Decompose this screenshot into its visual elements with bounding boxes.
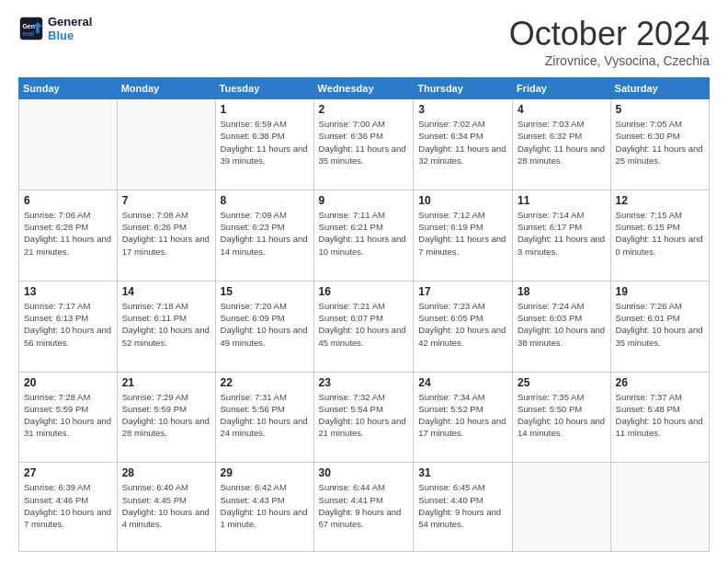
day-info: Sunrise: 7:05 AM Sunset: 6:30 PM Dayligh… xyxy=(616,118,704,167)
day-info: Sunrise: 6:39 AM Sunset: 4:46 PM Dayligh… xyxy=(24,481,112,530)
calendar-cell: 6Sunrise: 7:06 AM Sunset: 6:28 PM Daylig… xyxy=(19,190,118,281)
calendar-cell: 24Sunrise: 7:34 AM Sunset: 5:52 PM Dayli… xyxy=(414,372,513,463)
day-number: 24 xyxy=(418,376,507,389)
day-number: 15 xyxy=(221,285,309,298)
calendar-week-row: 6Sunrise: 7:06 AM Sunset: 6:28 PM Daylig… xyxy=(19,190,710,281)
month-title: October 2024 xyxy=(509,15,710,53)
calendar-cell: 10Sunrise: 7:12 AM Sunset: 6:19 PM Dayli… xyxy=(414,190,513,281)
calendar-cell: 14Sunrise: 7:18 AM Sunset: 6:11 PM Dayli… xyxy=(117,281,215,372)
day-info: Sunrise: 7:12 AM Sunset: 6:19 PM Dayligh… xyxy=(418,209,507,258)
day-info: Sunrise: 7:02 AM Sunset: 6:34 PM Dayligh… xyxy=(418,118,507,167)
day-info: Sunrise: 6:42 AM Sunset: 4:43 PM Dayligh… xyxy=(221,481,309,530)
calendar-cell: 27Sunrise: 6:39 AM Sunset: 4:46 PM Dayli… xyxy=(19,463,118,552)
day-info: Sunrise: 6:45 AM Sunset: 4:40 PM Dayligh… xyxy=(418,481,507,530)
calendar-cell: 20Sunrise: 7:28 AM Sunset: 5:59 PM Dayli… xyxy=(19,372,118,463)
logo: Gen eral General Blue xyxy=(18,15,92,42)
calendar-cell: 18Sunrise: 7:24 AM Sunset: 6:03 PM Dayli… xyxy=(512,281,610,372)
calendar-cell: 12Sunrise: 7:15 AM Sunset: 6:15 PM Dayli… xyxy=(610,190,709,281)
day-number: 21 xyxy=(122,376,210,389)
day-info: Sunrise: 7:20 AM Sunset: 6:09 PM Dayligh… xyxy=(221,300,309,349)
day-info: Sunrise: 6:59 AM Sunset: 6:38 PM Dayligh… xyxy=(221,118,309,167)
calendar-cell: 11Sunrise: 7:14 AM Sunset: 6:17 PM Dayli… xyxy=(512,190,610,281)
calendar-week-row: 20Sunrise: 7:28 AM Sunset: 5:59 PM Dayli… xyxy=(19,372,710,463)
logo-icon: Gen eral xyxy=(18,16,44,41)
day-number: 16 xyxy=(319,285,409,298)
calendar-week-row: 1Sunrise: 6:59 AM Sunset: 6:38 PM Daylig… xyxy=(19,99,710,190)
calendar-day-header: Tuesday xyxy=(215,78,313,99)
day-info: Sunrise: 7:15 AM Sunset: 6:15 PM Dayligh… xyxy=(616,209,704,258)
svg-text:Gen: Gen xyxy=(22,23,35,29)
calendar-cell: 2Sunrise: 7:00 AM Sunset: 6:36 PM Daylig… xyxy=(313,99,414,190)
calendar-cell: 17Sunrise: 7:23 AM Sunset: 6:05 PM Dayli… xyxy=(414,281,513,372)
calendar-cell xyxy=(117,99,215,190)
day-info: Sunrise: 7:14 AM Sunset: 6:17 PM Dayligh… xyxy=(518,209,606,258)
calendar-cell: 31Sunrise: 6:45 AM Sunset: 4:40 PM Dayli… xyxy=(414,463,513,552)
calendar-cell: 28Sunrise: 6:40 AM Sunset: 4:45 PM Dayli… xyxy=(117,463,215,552)
day-number: 10 xyxy=(418,194,507,207)
day-number: 30 xyxy=(319,466,409,479)
calendar-body: 1Sunrise: 6:59 AM Sunset: 6:38 PM Daylig… xyxy=(19,99,710,552)
svg-text:eral: eral xyxy=(22,30,34,37)
calendar-cell: 8Sunrise: 7:09 AM Sunset: 6:23 PM Daylig… xyxy=(215,190,313,281)
day-info: Sunrise: 7:31 AM Sunset: 5:56 PM Dayligh… xyxy=(221,391,309,440)
day-number: 20 xyxy=(24,376,112,389)
day-number: 4 xyxy=(518,103,606,116)
calendar-cell xyxy=(512,463,610,552)
day-info: Sunrise: 7:24 AM Sunset: 6:03 PM Dayligh… xyxy=(518,300,606,349)
calendar-day-header: Sunday xyxy=(19,78,118,99)
calendar-cell: 15Sunrise: 7:20 AM Sunset: 6:09 PM Dayli… xyxy=(215,281,313,372)
calendar-day-header: Thursday xyxy=(414,78,513,99)
calendar-cell: 29Sunrise: 6:42 AM Sunset: 4:43 PM Dayli… xyxy=(215,463,313,552)
calendar-week-row: 27Sunrise: 6:39 AM Sunset: 4:46 PM Dayli… xyxy=(19,463,710,552)
calendar-cell: 21Sunrise: 7:29 AM Sunset: 5:59 PM Dayli… xyxy=(117,372,215,463)
calendar-cell: 19Sunrise: 7:26 AM Sunset: 6:01 PM Dayli… xyxy=(610,281,709,372)
day-number: 11 xyxy=(518,194,606,207)
day-number: 26 xyxy=(616,376,704,389)
title-block: October 2024 Zirovnice, Vysocina, Czechi… xyxy=(509,15,710,68)
calendar-day-header: Friday xyxy=(512,78,610,99)
calendar-cell xyxy=(19,99,118,190)
day-number: 25 xyxy=(518,376,606,389)
day-number: 14 xyxy=(122,285,210,298)
day-number: 22 xyxy=(221,376,309,389)
calendar-cell: 3Sunrise: 7:02 AM Sunset: 6:34 PM Daylig… xyxy=(414,99,513,190)
day-info: Sunrise: 7:06 AM Sunset: 6:28 PM Dayligh… xyxy=(24,209,112,258)
calendar-cell: 7Sunrise: 7:08 AM Sunset: 6:26 PM Daylig… xyxy=(117,190,215,281)
day-info: Sunrise: 6:40 AM Sunset: 4:45 PM Dayligh… xyxy=(122,481,210,530)
day-info: Sunrise: 7:00 AM Sunset: 6:36 PM Dayligh… xyxy=(319,118,409,167)
day-info: Sunrise: 7:37 AM Sunset: 5:48 PM Dayligh… xyxy=(616,391,704,440)
day-number: 1 xyxy=(221,103,309,116)
day-info: Sunrise: 6:44 AM Sunset: 4:41 PM Dayligh… xyxy=(319,481,409,530)
day-info: Sunrise: 7:35 AM Sunset: 5:50 PM Dayligh… xyxy=(518,391,606,440)
calendar-cell: 13Sunrise: 7:17 AM Sunset: 6:13 PM Dayli… xyxy=(19,281,118,372)
day-number: 17 xyxy=(418,285,507,298)
day-info: Sunrise: 7:08 AM Sunset: 6:26 PM Dayligh… xyxy=(122,209,210,258)
day-number: 23 xyxy=(319,376,409,389)
calendar-cell: 5Sunrise: 7:05 AM Sunset: 6:30 PM Daylig… xyxy=(610,99,709,190)
calendar-cell: 1Sunrise: 6:59 AM Sunset: 6:38 PM Daylig… xyxy=(215,99,313,190)
calendar-table: SundayMondayTuesdayWednesdayThursdayFrid… xyxy=(18,77,710,552)
day-info: Sunrise: 7:34 AM Sunset: 5:52 PM Dayligh… xyxy=(418,391,507,440)
day-info: Sunrise: 7:29 AM Sunset: 5:59 PM Dayligh… xyxy=(122,391,210,440)
calendar-cell: 4Sunrise: 7:03 AM Sunset: 6:32 PM Daylig… xyxy=(512,99,610,190)
header: Gen eral General Blue October 2024 Zirov… xyxy=(18,15,710,68)
day-number: 8 xyxy=(221,194,309,207)
day-number: 5 xyxy=(616,103,704,116)
location-subtitle: Zirovnice, Vysocina, Czechia xyxy=(509,53,710,68)
day-number: 27 xyxy=(24,466,112,479)
day-info: Sunrise: 7:26 AM Sunset: 6:01 PM Dayligh… xyxy=(616,300,704,349)
calendar-cell: 23Sunrise: 7:32 AM Sunset: 5:54 PM Dayli… xyxy=(313,372,414,463)
day-number: 12 xyxy=(616,194,704,207)
day-number: 29 xyxy=(221,466,309,479)
day-info: Sunrise: 7:03 AM Sunset: 6:32 PM Dayligh… xyxy=(518,118,606,167)
day-number: 7 xyxy=(122,194,210,207)
calendar-day-header: Wednesday xyxy=(313,78,414,99)
day-number: 28 xyxy=(122,466,210,479)
calendar-cell: 9Sunrise: 7:11 AM Sunset: 6:21 PM Daylig… xyxy=(313,190,414,281)
page: Gen eral General Blue October 2024 Zirov… xyxy=(0,0,728,563)
day-number: 18 xyxy=(518,285,606,298)
day-number: 19 xyxy=(616,285,704,298)
day-info: Sunrise: 7:17 AM Sunset: 6:13 PM Dayligh… xyxy=(24,300,112,349)
day-number: 2 xyxy=(319,103,409,116)
calendar-cell xyxy=(610,463,709,552)
